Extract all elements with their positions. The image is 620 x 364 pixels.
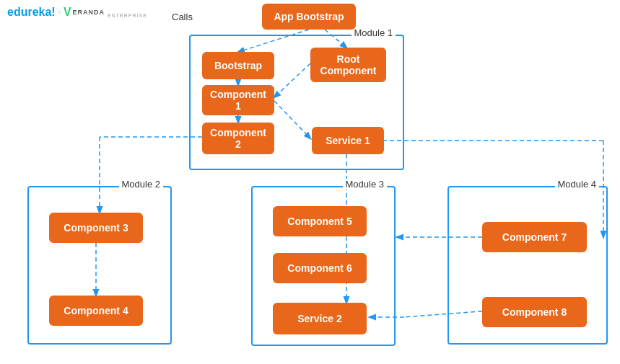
root-component-node: RootComponent: [310, 48, 386, 82]
component1-label: Component 1: [206, 89, 270, 112]
module3-label: Module 3: [343, 179, 387, 190]
logo: edureka! ◦ VERANDA ENTERPRISE: [7, 6, 147, 19]
component8-node: Component 8: [482, 297, 587, 327]
component6-label: Component 6: [287, 262, 352, 274]
component3-label: Component 3: [64, 222, 128, 234]
component5-node: Component 5: [273, 206, 367, 236]
logo-v-letter: V: [64, 6, 71, 19]
component7-label: Component 7: [502, 231, 567, 243]
service1-node: Service 1: [312, 127, 384, 154]
component5-label: Component 5: [287, 216, 352, 227]
component2-node: Component 2: [202, 123, 274, 154]
component3-node: Component 3: [49, 213, 143, 243]
service2-node: Service 2: [273, 303, 367, 334]
logo-edureka: edureka!: [7, 6, 56, 19]
component8-label: Component 8: [502, 306, 567, 318]
component6-node: Component 6: [273, 253, 367, 283]
module1-label: Module 1: [352, 27, 396, 38]
component1-node: Component 1: [202, 85, 274, 115]
logo-dot: ◦: [58, 9, 61, 16]
bootstrap-node: Bootstrap: [202, 52, 274, 79]
logo-enterprise: ENTERPRISE: [108, 13, 147, 18]
component4-node: Component 4: [49, 296, 143, 326]
root-component-label: RootComponent: [320, 53, 377, 76]
module2-label: Module 2: [119, 179, 163, 190]
component4-label: Component 4: [64, 305, 128, 316]
component7-node: Component 7: [482, 222, 587, 252]
logo-eranda: ERANDA: [73, 9, 105, 16]
component2-label: Component 2: [206, 127, 270, 150]
calls-label: Calls: [172, 12, 193, 22]
app-bootstrap-node: App Bootstrap: [262, 4, 356, 30]
module4-label: Module 4: [555, 179, 599, 190]
